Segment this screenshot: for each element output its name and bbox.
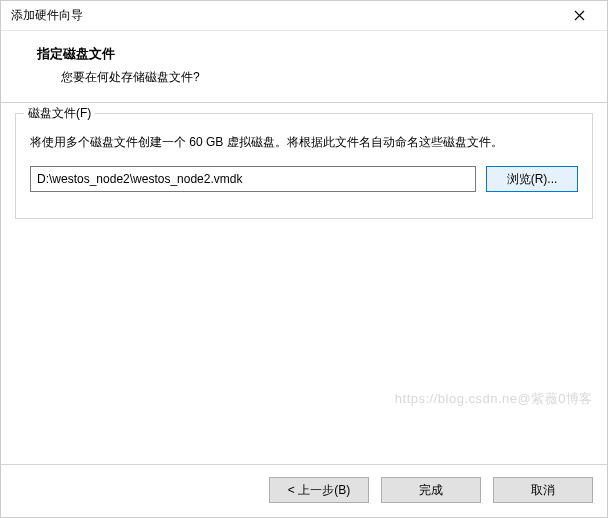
wizard-footer: < 上一步(B) 完成 取消 (1, 464, 607, 517)
cancel-button[interactable]: 取消 (493, 477, 593, 503)
content-area: 磁盘文件(F) 将使用多个磁盘文件创建一个 60 GB 虚拟磁盘。将根据此文件名… (1, 103, 607, 464)
group-legend: 磁盘文件(F) (24, 105, 95, 122)
browse-button[interactable]: 浏览(R)... (486, 166, 578, 192)
watermark-text: https://blog.csdn.ne@紫薇0博客 (395, 390, 593, 408)
disk-path-input[interactable]: D:\westos_node2\westos_node2.vmdk (30, 166, 476, 192)
page-title: 指定磁盘文件 (37, 45, 593, 63)
finish-button[interactable]: 完成 (381, 477, 481, 503)
window-title: 添加硬件向导 (11, 7, 559, 24)
path-row: D:\westos_node2\westos_node2.vmdk 浏览(R).… (30, 166, 578, 192)
titlebar: 添加硬件向导 (1, 1, 607, 31)
disk-file-group: 磁盘文件(F) 将使用多个磁盘文件创建一个 60 GB 虚拟磁盘。将根据此文件名… (15, 113, 593, 219)
back-button[interactable]: < 上一步(B) (269, 477, 369, 503)
wizard-window: 添加硬件向导 指定磁盘文件 您要在何处存储磁盘文件? 磁盘文件(F) 将使用多个… (0, 0, 608, 518)
group-description: 将使用多个磁盘文件创建一个 60 GB 虚拟磁盘。将根据此文件名自动命名这些磁盘… (30, 132, 578, 152)
page-subtitle: 您要在何处存储磁盘文件? (61, 69, 593, 86)
close-icon[interactable] (559, 2, 599, 30)
wizard-header: 指定磁盘文件 您要在何处存储磁盘文件? (1, 31, 607, 98)
